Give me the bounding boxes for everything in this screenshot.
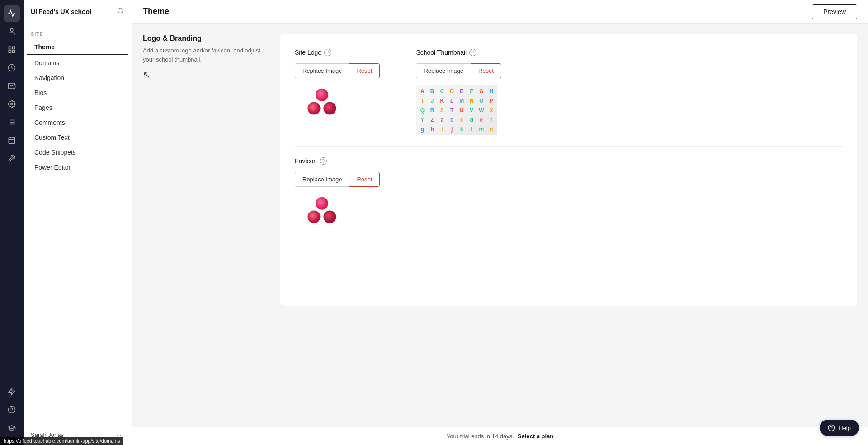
nav-item-custom-text[interactable]: Custom Text <box>27 130 128 145</box>
school-thumbnail-block: School Thumbnail ? Replace Image Reset A… <box>416 49 501 135</box>
graduation-nav-icon[interactable] <box>4 420 20 436</box>
svg-point-24 <box>324 102 336 115</box>
school-thumbnail-replace-button[interactable]: Replace Image <box>416 63 470 78</box>
nav-item-theme[interactable]: Theme <box>27 40 128 55</box>
description-panel: Logo & Branding Add a custom logo and/or… <box>143 34 269 80</box>
svg-point-6 <box>11 103 13 105</box>
nav-item-navigation[interactable]: Navigation <box>27 71 128 85</box>
site-logo-preview <box>295 85 349 122</box>
svg-point-23 <box>308 102 321 115</box>
preview-button[interactable]: Preview <box>812 4 857 19</box>
section-description: Add a custom logo and/or favicon, and ad… <box>143 46 269 64</box>
letters-image: ABCDEFGHIJKLMNOPQRSTUVWXYZabcdefghijklmn <box>416 85 497 135</box>
nav-items-list: Theme Domains Navigation Bios Pages Comm… <box>24 39 132 175</box>
flash-nav-icon[interactable] <box>4 383 20 400</box>
svg-rect-1 <box>9 47 11 49</box>
site-logo-label: Site Logo ? <box>295 49 380 56</box>
select-plan-link[interactable]: Select a plan <box>518 433 553 440</box>
site-logo-replace-button[interactable]: Replace Image <box>295 63 349 78</box>
school-thumbnail-preview: ABCDEFGHIJKLMNOPQRSTUVWXYZabcdefghijklmn <box>416 85 497 135</box>
school-thumbnail-label: School Thumbnail ? <box>416 49 501 56</box>
bottom-bar: Your trial ends in 14 days. Select a pla… <box>132 427 868 445</box>
school-title: UI Feed's UX school <box>31 8 91 15</box>
calendar-nav-icon[interactable] <box>4 132 20 148</box>
help-fab[interactable]: Help <box>820 420 859 436</box>
nav-sidebar: UI Feed's UX school SITE Theme Domains N… <box>24 0 132 445</box>
svg-point-27 <box>324 211 336 223</box>
svg-rect-3 <box>13 51 15 53</box>
nav-item-code-snippets[interactable]: Code Snippets <box>27 145 128 160</box>
tools-nav-icon[interactable] <box>4 150 20 166</box>
dashboard-nav-icon[interactable] <box>4 42 20 58</box>
svg-point-26 <box>308 211 321 223</box>
svg-rect-2 <box>13 47 15 49</box>
revenue-nav-icon[interactable] <box>4 60 20 76</box>
favicon-preview <box>295 194 349 230</box>
site-logo-help-icon[interactable]: ? <box>324 49 331 56</box>
svg-point-22 <box>316 89 328 101</box>
search-icon[interactable] <box>117 7 124 16</box>
school-thumbnail-help-icon[interactable]: ? <box>469 49 476 56</box>
section-title: Logo & Branding <box>143 34 269 43</box>
nav-item-bios[interactable]: Bios <box>27 85 128 100</box>
favicon-block: Favicon ? Replace Image Reset <box>295 157 843 230</box>
svg-point-25 <box>316 197 328 210</box>
favicon-replace-button[interactable]: Replace Image <box>295 172 349 187</box>
icon-sidebar-top <box>4 5 20 382</box>
svg-rect-13 <box>9 137 15 144</box>
favicon-dots-svg <box>304 196 340 228</box>
settings-nav-icon[interactable] <box>4 96 20 112</box>
nav-item-pages[interactable]: Pages <box>27 100 128 115</box>
school-thumbnail-btn-row: Replace Image Reset <box>416 63 501 78</box>
nav-item-power-editor[interactable]: Power Editor <box>27 160 128 175</box>
school-thumbnail-reset-button[interactable]: Reset <box>471 63 501 78</box>
page-title: Theme <box>143 7 169 16</box>
nav-item-domains[interactable]: Domains <box>27 56 128 70</box>
svg-rect-4 <box>9 51 11 53</box>
icon-sidebar-bottom <box>4 383 20 440</box>
svg-line-21 <box>122 12 123 14</box>
favicon-help-icon[interactable]: ? <box>320 157 327 165</box>
site-logo-block: Site Logo ? Replace Image Reset <box>295 49 380 122</box>
library-nav-icon[interactable] <box>4 114 20 130</box>
logo-thumbnail-row: Site Logo ? Replace Image Reset <box>295 49 843 135</box>
help-circle-nav-icon[interactable] <box>4 402 20 418</box>
main-header: Theme Preview <box>132 0 868 24</box>
site-logo-btn-row: Replace Image Reset <box>295 63 380 78</box>
favicon-label: Favicon ? <box>295 157 843 165</box>
analytics-nav-icon[interactable] <box>4 5 20 22</box>
url-bar: https://uifeed.teachable.com/admin-app/s… <box>0 437 123 445</box>
favicon-btn-row: Replace Image Reset <box>295 172 843 187</box>
icon-sidebar <box>0 0 24 445</box>
svg-point-0 <box>10 28 13 31</box>
nav-sidebar-header: UI Feed's UX school <box>24 0 132 24</box>
email-nav-icon[interactable] <box>4 78 20 94</box>
favicon-reset-button[interactable]: Reset <box>349 172 380 187</box>
help-fab-label: Help <box>839 425 851 431</box>
svg-marker-17 <box>9 388 15 395</box>
site-logo-reset-button[interactable]: Reset <box>349 63 380 78</box>
site-section-label: SITE <box>24 24 132 39</box>
cursor-indicator: ↖ <box>143 69 151 80</box>
favicon-section: Favicon ? Replace Image Reset <box>295 157 843 230</box>
nav-item-comments[interactable]: Comments <box>27 115 128 130</box>
content-panel: Site Logo ? Replace Image Reset <box>280 34 857 306</box>
site-logo-dots-svg <box>304 88 340 119</box>
svg-point-20 <box>118 8 123 13</box>
users-nav-icon[interactable] <box>4 24 20 40</box>
trial-text: Your trial ends in 14 days. <box>447 433 514 440</box>
main-content: Logo & Branding Add a custom logo and/or… <box>132 24 868 427</box>
help-fab-icon <box>828 424 835 431</box>
main-area: Theme Preview Logo & Branding Add a cust… <box>132 0 868 445</box>
section-divider <box>295 146 843 147</box>
